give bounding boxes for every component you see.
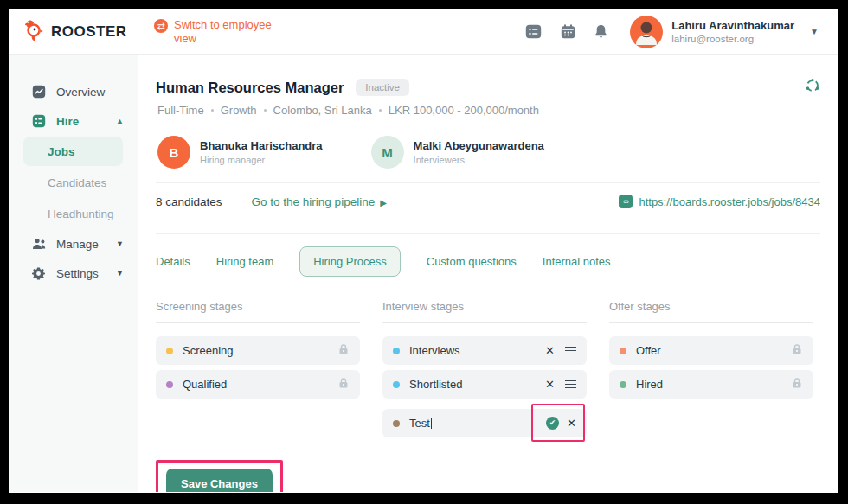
member-name: Bhanuka Harischandra: [200, 139, 323, 152]
tab-hiring-process[interactable]: Hiring Process: [299, 246, 401, 277]
switch-view-label: Switch to employee view: [174, 18, 284, 46]
sidebar-item-manage[interactable]: Manage ▼: [9, 230, 138, 258]
sidebar: Overview Hire ▲ Jobs Candidates Headhunt…: [9, 55, 138, 492]
people-icon: [32, 238, 46, 250]
page-title: Human Resources Manager: [156, 80, 344, 96]
tab-internal-notes[interactable]: Internal notes: [543, 255, 611, 268]
chart-icon: [32, 85, 46, 99]
switch-to-employee-view-link[interactable]: ⇄ Switch to employee view: [154, 18, 284, 46]
brand-name: ROOSTER: [51, 23, 127, 41]
hire-icon: [32, 114, 46, 128]
tasks-icon[interactable]: [525, 24, 542, 39]
sidebar-item-label: Candidates: [48, 176, 106, 189]
sidebar-item-label: Manage: [56, 238, 99, 251]
board-url-link[interactable]: https://boards.rooster.jobs/jobs/8434: [639, 195, 820, 208]
chevron-down-icon: ▼: [116, 239, 124, 248]
stage-color-dot: [620, 381, 626, 388]
cancel-stage-icon[interactable]: ✕: [567, 418, 576, 429]
job-meta: Full-Time Growth Colombo, Sri Lanka LKR …: [157, 104, 820, 117]
column-title: Interview stages: [382, 300, 587, 323]
offer-stages-column: Offer stages Offer Hired: [609, 300, 813, 443]
column-title: Offer stages: [609, 300, 813, 323]
lock-icon: [337, 377, 350, 392]
interviewer-card: M Malki Abeygunawardena Interviewers: [371, 136, 544, 169]
stage-color-dot: [393, 381, 400, 388]
lock-icon: [337, 343, 350, 359]
user-avatar: [630, 16, 663, 48]
save-changes-button[interactable]: Save Changes: [166, 469, 273, 492]
switch-view-icon: ⇄: [154, 19, 168, 33]
app-window: ROOSTER ⇄ Switch to employee view Lahiru…: [9, 9, 838, 493]
avatar: M: [371, 136, 404, 169]
sidebar-item-headhunting[interactable]: Headhunting: [23, 199, 123, 228]
sidebar-item-label: Settings: [56, 267, 99, 280]
remove-stage-icon[interactable]: ✕: [545, 379, 555, 390]
text-cursor: [431, 418, 432, 429]
bell-icon[interactable]: [594, 24, 607, 39]
sidebar-item-label: Headhunting: [48, 207, 114, 220]
sidebar-item-label: Jobs: [48, 145, 75, 158]
interview-stages-column: Interview stages Interviews ✕ Shortliste…: [382, 300, 587, 443]
stage-row-new-test: Test ✔ ✕: [382, 409, 587, 437]
chevron-up-icon: ▲: [116, 117, 124, 125]
chevron-down-icon: ▼: [810, 27, 819, 36]
sidebar-item-overview[interactable]: Overview: [9, 78, 138, 105]
column-title: Screening stages: [156, 300, 360, 323]
sync-icon[interactable]: [805, 78, 820, 97]
stage-row-interviews: Interviews ✕: [382, 336, 587, 365]
stage-color-dot: [393, 420, 400, 427]
avatar: B: [157, 136, 190, 169]
pipeline-link[interactable]: Go to the hiring pipeline▶: [252, 195, 387, 208]
user-name: Lahiru Aravinthakumar: [671, 19, 794, 32]
sidebar-item-label: Hire: [56, 115, 79, 128]
status-badge: Inactive: [356, 79, 409, 96]
sidebar-item-jobs[interactable]: Jobs: [23, 137, 123, 166]
annotation-box-save: Save Changes: [156, 460, 283, 492]
stage-color-dot: [166, 381, 173, 388]
rooster-logo-icon: [24, 19, 45, 45]
remove-stage-icon[interactable]: ✕: [545, 345, 555, 356]
lock-icon: [791, 343, 803, 359]
stage-color-dot: [166, 348, 173, 354]
stage-color-dot: [620, 348, 626, 354]
member-role: Interviewers: [414, 155, 544, 165]
arrow-right-icon: ▶: [380, 198, 387, 207]
stage-color-dot: [393, 348, 400, 354]
sidebar-item-label: Overview: [56, 86, 105, 99]
candidates-count: 8 candidates: [156, 195, 222, 208]
stage-row-screening: Screening: [156, 336, 360, 365]
main-content: Human Resources Manager Inactive Full-Ti…: [138, 55, 838, 492]
employment-type: Full-Time: [157, 104, 204, 117]
tab-custom-questions[interactable]: Custom questions: [427, 255, 517, 268]
topbar: ROOSTER ⇄ Switch to employee view Lahiru…: [9, 9, 838, 55]
stage-row-shortlisted: Shortlisted ✕: [382, 370, 587, 399]
user-menu[interactable]: Lahiru Aravinthakumar lahiru@rooster.org…: [630, 16, 819, 48]
location: Colombo, Sri Lanka: [273, 104, 372, 117]
lock-icon: [791, 377, 803, 392]
chevron-down-icon: ▼: [116, 269, 124, 278]
hiring-manager-card: B Bhanuka Harischandra Hiring manager: [157, 136, 323, 169]
stage-row-offer: Offer: [609, 336, 813, 365]
gear-icon: [32, 267, 46, 280]
tab-hiring-team[interactable]: Hiring team: [216, 255, 273, 268]
screening-stages-column: Screening stages Screening Qualified: [156, 300, 360, 443]
member-name: Malki Abeygunawardena: [414, 139, 544, 152]
department: Growth: [221, 104, 257, 117]
calendar-icon[interactable]: [561, 24, 575, 39]
stage-row-qualified: Qualified: [156, 370, 360, 399]
drag-handle-icon[interactable]: [565, 380, 576, 389]
tab-details[interactable]: Details: [156, 255, 190, 268]
brand-logo[interactable]: ROOSTER: [24, 19, 138, 45]
sidebar-item-settings[interactable]: Settings ▼: [9, 259, 138, 287]
stage-row-hired: Hired: [609, 370, 813, 399]
drag-handle-icon[interactable]: [565, 347, 576, 355]
sidebar-item-hire[interactable]: Hire ▲: [9, 107, 138, 135]
link-icon: ∞: [619, 195, 633, 208]
user-email: lahiru@rooster.org: [671, 34, 794, 44]
new-stage-input[interactable]: Test: [409, 417, 432, 430]
sidebar-item-candidates[interactable]: Candidates: [23, 168, 123, 197]
member-role: Hiring manager: [200, 155, 323, 165]
salary-range: LKR 100,000 - 200,000/month: [389, 104, 539, 117]
confirm-stage-icon[interactable]: ✔: [546, 417, 559, 430]
tab-bar: Details Hiring team Hiring Process Custo…: [156, 245, 820, 278]
